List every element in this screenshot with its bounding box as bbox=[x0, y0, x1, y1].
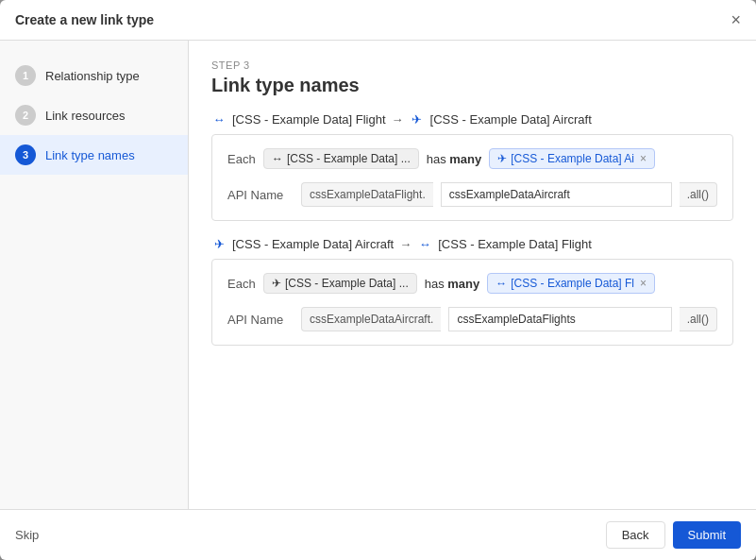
step-circle-2: 2 bbox=[15, 105, 36, 126]
direction1-entity1-icon: ↔ bbox=[272, 152, 283, 165]
direction1-to-icon: ✈ bbox=[410, 111, 425, 127]
sidebar-item-relationship-type[interactable]: 1 Relationship type bbox=[0, 56, 188, 95]
skip-button[interactable]: Skip bbox=[15, 528, 39, 542]
direction1-entity1-label: [CSS - Example Data] ... bbox=[287, 152, 411, 165]
footer-right: Back Submit bbox=[606, 521, 741, 549]
direction1-api-prefix: cssExampleDataFlight. bbox=[301, 182, 433, 207]
direction2-api-prefix: cssExampleDataAircraft. bbox=[301, 307, 441, 331]
modal: Create a new link type × 1 Relationship … bbox=[0, 0, 756, 560]
sidebar-item-link-resources[interactable]: 2 Link resources bbox=[0, 95, 188, 135]
direction2-api-label: API Name bbox=[227, 313, 294, 327]
direction2-api-suffix: .all() bbox=[680, 307, 717, 331]
back-button[interactable]: Back bbox=[606, 521, 665, 549]
close-button[interactable]: × bbox=[731, 11, 741, 28]
modal-header: Create a new link type × bbox=[0, 0, 756, 41]
direction2-to-label: [CSS - Example Data] Flight bbox=[438, 237, 592, 251]
direction2-each-row: Each ✈ [CSS - Example Data] ... has many… bbox=[227, 273, 717, 294]
direction2-entity2-tag: ↔ [CSS - Example Data] Fl × bbox=[487, 273, 655, 294]
direction2-each-label: Each bbox=[227, 277, 256, 291]
step-circle-3: 3 bbox=[15, 144, 36, 165]
direction1-each-row: Each ↔ [CSS - Example Data] ... has many… bbox=[227, 148, 717, 169]
section-title: Link type names bbox=[211, 75, 733, 96]
direction2-entity2-remove-button[interactable]: × bbox=[640, 277, 647, 290]
modal-body: 1 Relationship type 2 Link resources 3 L… bbox=[0, 41, 756, 509]
direction1-each-label: Each bbox=[227, 152, 256, 166]
sidebar-item-label-2: Link resources bbox=[45, 109, 126, 123]
direction1-from-label: [CSS - Example Data] Flight bbox=[232, 112, 386, 127]
direction1-from-icon: ↔ bbox=[211, 111, 227, 127]
direction1-entity2-remove-button[interactable]: × bbox=[640, 152, 647, 165]
direction1-has-label: has many bbox=[427, 152, 482, 166]
direction2-many-label: many bbox=[447, 277, 479, 291]
direction2-entity1-tag: ✈ [CSS - Example Data] ... bbox=[263, 273, 417, 294]
direction2-has-label: has many bbox=[425, 277, 480, 291]
direction2-api-input[interactable] bbox=[448, 307, 671, 331]
sidebar: 1 Relationship type 2 Link resources 3 L… bbox=[0, 41, 189, 509]
sidebar-item-label-1: Relationship type bbox=[45, 69, 140, 83]
modal-title: Create a new link type bbox=[15, 12, 154, 27]
direction2-entity2-label: [CSS - Example Data] Fl bbox=[511, 277, 634, 290]
direction2-arrow: → bbox=[399, 237, 412, 251]
modal-footer: Skip Back Submit bbox=[0, 509, 756, 560]
direction2-from-icon: ✈ bbox=[211, 236, 227, 251]
step-circle-1: 1 bbox=[15, 65, 36, 86]
direction2-to-icon: ↔ bbox=[417, 236, 432, 251]
direction2-entity1-label: [CSS - Example Data] ... bbox=[285, 277, 409, 290]
direction1-api-label: API Name bbox=[227, 188, 294, 202]
submit-button[interactable]: Submit bbox=[673, 521, 741, 549]
direction2-entity2-icon: ↔ bbox=[496, 277, 507, 290]
direction1-many-label: many bbox=[449, 152, 481, 166]
direction2-box: Each ✈ [CSS - Example Data] ... has many… bbox=[211, 259, 733, 346]
step-label: STEP 3 bbox=[211, 59, 733, 71]
direction2-api-row: API Name cssExampleDataAircraft. .all() bbox=[227, 307, 717, 331]
direction1-entity2-label: [CSS - Example Data] Ai bbox=[511, 152, 634, 165]
direction1-api-row: API Name cssExampleDataFlight. .all() bbox=[227, 182, 717, 207]
direction2-entity1-icon: ✈ bbox=[272, 277, 281, 290]
direction1-header: ↔ [CSS - Example Data] Flight → ✈ [CSS -… bbox=[211, 111, 733, 127]
direction1-api-suffix: .all() bbox=[680, 182, 717, 207]
content-area: STEP 3 Link type names ↔ [CSS - Example … bbox=[189, 41, 756, 509]
direction1-to-label: [CSS - Example Data] Aircraft bbox=[430, 112, 592, 127]
direction1-arrow: → bbox=[392, 112, 404, 127]
direction1-api-input[interactable] bbox=[441, 182, 672, 207]
sidebar-item-label-3: Link type names bbox=[45, 148, 135, 162]
direction1-entity2-tag: ✈ [CSS - Example Data] Ai × bbox=[489, 148, 655, 169]
direction2-header: ✈ [CSS - Example Data] Aircraft → ↔ [CSS… bbox=[211, 236, 733, 251]
direction2-from-label: [CSS - Example Data] Aircraft bbox=[232, 237, 394, 251]
direction1-box: Each ↔ [CSS - Example Data] ... has many… bbox=[211, 134, 733, 221]
direction1-entity1-tag: ↔ [CSS - Example Data] ... bbox=[263, 148, 419, 169]
direction1-entity2-icon: ✈ bbox=[497, 152, 507, 165]
sidebar-item-link-type-names[interactable]: 3 Link type names bbox=[0, 135, 188, 175]
